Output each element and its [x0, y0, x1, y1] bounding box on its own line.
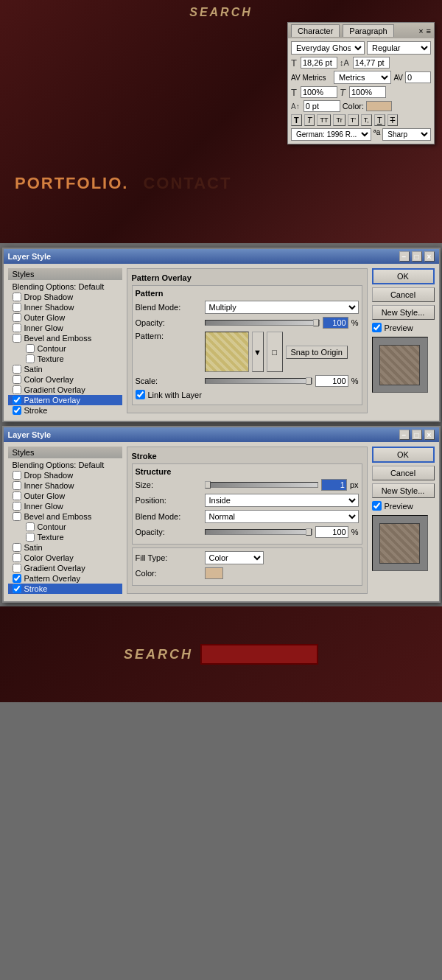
inner-shadow-1[interactable]: Inner Shadow — [8, 302, 122, 312]
dialog-2-close-btn[interactable]: × — [424, 430, 435, 440]
inner-glow-check-2[interactable] — [13, 502, 21, 511]
dialog-1-minimize-btn[interactable]: − — [399, 251, 410, 262]
dialog-1-close-btn[interactable]: × — [424, 251, 435, 262]
drop-shadow-1[interactable]: Drop Shadow — [8, 292, 122, 302]
antialias-select[interactable]: Sharp — [382, 128, 431, 141]
pattern-overlay-2[interactable]: Pattern Overlay — [8, 573, 122, 584]
contour-1[interactable]: Contour — [8, 343, 122, 354]
stroke-check-1[interactable] — [13, 406, 21, 415]
pattern-overlay-check-2[interactable] — [13, 574, 21, 583]
fill-type-select[interactable]: Color — [205, 551, 264, 564]
contour-2[interactable]: Contour — [8, 522, 122, 532]
panel-menu-btn[interactable]: ≡ — [427, 27, 431, 35]
cancel-btn-1[interactable]: Cancel — [372, 287, 435, 302]
inner-shadow-2[interactable]: Inner Shadow — [8, 480, 122, 491]
snap-to-origin-btn[interactable]: Snap to Origin — [286, 346, 348, 359]
link-layer-check[interactable] — [136, 390, 145, 399]
stroke-2[interactable]: Stroke — [8, 584, 122, 594]
drop-shadow-2[interactable]: Drop Shadow — [8, 470, 122, 480]
texture-check-2[interactable] — [26, 533, 35, 542]
color-overlay-2[interactable]: Color Overlay — [8, 553, 122, 563]
texture-1[interactable]: Texture — [8, 354, 122, 364]
outer-glow-check-2[interactable] — [13, 491, 21, 500]
preview-check-2[interactable] — [372, 501, 382, 511]
ok-btn-2[interactable]: OK — [372, 447, 435, 463]
inner-glow-1[interactable]: Inner Glow — [8, 323, 122, 333]
nav-item-contact[interactable]: CONTACT — [143, 174, 231, 193]
dialog-1-maximize-btn[interactable]: □ — [412, 251, 422, 262]
contour-check-1[interactable] — [26, 344, 35, 353]
size-input[interactable]: 18,26 pt — [301, 57, 337, 69]
bevel-emboss-check-2[interactable] — [13, 512, 21, 521]
satin-check-1[interactable] — [13, 365, 21, 374]
cancel-btn-2[interactable]: Cancel — [372, 466, 435, 480]
superscript-btn[interactable]: T' — [348, 114, 359, 126]
vert-scale-input[interactable]: 100% — [301, 86, 337, 98]
new-style-btn-1[interactable]: New Style... — [372, 305, 435, 320]
color-overlay-check-1[interactable] — [13, 375, 21, 384]
bevel-emboss-1[interactable]: Bevel and Emboss — [8, 333, 122, 343]
ok-btn-1[interactable]: OK — [372, 268, 435, 284]
blending-options-1[interactable]: Blending Options: Default — [8, 281, 122, 292]
color-overlay-1[interactable]: Color Overlay — [8, 374, 122, 385]
size-slider[interactable] — [205, 482, 318, 488]
tab-paragraph[interactable]: Paragraph — [343, 24, 393, 37]
color-picker[interactable] — [366, 101, 392, 111]
texture-check-1[interactable] — [26, 354, 35, 363]
font-select[interactable]: Everyday Ghost — [291, 41, 365, 55]
scale-slider-1[interactable] — [205, 378, 312, 384]
gradient-overlay-check-2[interactable] — [13, 564, 21, 573]
leading-input[interactable]: 14,77 pt — [353, 57, 390, 69]
outer-glow-check-1[interactable] — [13, 313, 21, 322]
blending-options-2[interactable]: Blending Options: Default — [8, 460, 122, 470]
texture-2[interactable]: Texture — [8, 532, 122, 542]
drop-shadow-check-1[interactable] — [13, 293, 21, 301]
bold-btn[interactable]: T — [291, 114, 302, 126]
all-caps-btn[interactable]: TT — [317, 114, 331, 126]
small-caps-btn[interactable]: Tr — [333, 114, 345, 126]
inner-shadow-check-1[interactable] — [13, 303, 21, 312]
dialog-2-minimize-btn[interactable]: − — [399, 430, 410, 440]
blend-mode-select-1[interactable]: Multiply — [205, 301, 359, 314]
panel-close-btn[interactable]: × — [418, 27, 423, 35]
bottom-search-input[interactable] — [200, 644, 318, 665]
blend-mode-select-2[interactable]: Normal — [205, 510, 359, 523]
inner-shadow-check-2[interactable] — [13, 481, 21, 490]
gradient-overlay-1[interactable]: Gradient Overlay — [8, 385, 122, 395]
dialog-2-maximize-btn[interactable]: □ — [412, 430, 422, 440]
stroke-color-box[interactable] — [205, 567, 223, 579]
stroke-check-2[interactable] — [13, 584, 21, 593]
pattern-swatch-icon[interactable]: □ — [267, 332, 283, 372]
stroke-1[interactable]: Stroke — [8, 405, 122, 416]
tracking-input[interactable]: 0 — [405, 71, 431, 83]
satin-2[interactable]: Satin — [8, 542, 122, 553]
pattern-preview-swatch[interactable] — [205, 332, 249, 372]
scale-input-1[interactable]: 100 — [315, 375, 348, 387]
strikethrough-btn[interactable]: T — [387, 114, 399, 126]
opacity-input-2[interactable]: 100 — [315, 526, 348, 538]
pattern-overlay-check-1[interactable] — [13, 396, 21, 405]
gradient-overlay-2[interactable]: Gradient Overlay — [8, 563, 122, 573]
size-input[interactable]: 1 — [321, 479, 347, 491]
pattern-dropdown-btn[interactable]: ▼ — [252, 332, 264, 372]
style-select[interactable]: Regular — [367, 41, 431, 55]
outer-glow-2[interactable]: Outer Glow — [8, 491, 122, 501]
drop-shadow-check-2[interactable] — [13, 471, 21, 480]
color-overlay-check-2[interactable] — [13, 553, 21, 562]
subscript-btn[interactable]: T, — [361, 114, 372, 126]
position-select[interactable]: Inside Outside Center — [205, 494, 359, 507]
bevel-emboss-check-1[interactable] — [13, 334, 21, 343]
opacity-slider-2[interactable] — [205, 529, 312, 535]
horiz-scale-input[interactable]: 100% — [349, 86, 386, 98]
baseline-input[interactable]: 0 pt — [304, 100, 340, 112]
new-style-btn-2[interactable]: New Style... — [372, 483, 435, 498]
contour-check-2[interactable] — [26, 522, 35, 531]
gradient-overlay-check-1[interactable] — [13, 385, 21, 394]
outer-glow-1[interactable]: Outer Glow — [8, 312, 122, 323]
preview-check-1[interactable] — [372, 323, 382, 332]
underline-btn[interactable]: T — [374, 114, 385, 126]
satin-check-2[interactable] — [13, 543, 21, 552]
opacity-input-1[interactable]: 100 — [323, 317, 348, 329]
inner-glow-2[interactable]: Inner Glow — [8, 501, 122, 511]
nav-item-portfolio[interactable]: PORTFOLIO. — [15, 174, 128, 193]
